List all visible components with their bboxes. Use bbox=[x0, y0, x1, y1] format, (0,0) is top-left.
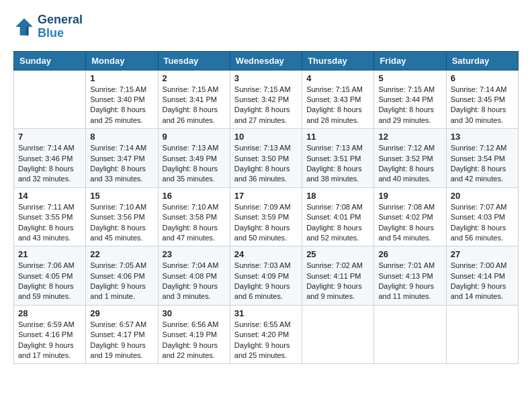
day-number: 26 bbox=[378, 249, 441, 259]
calendar-cell: 25Sunrise: 7:02 AMSunset: 4:11 PMDayligh… bbox=[302, 246, 374, 306]
calendar-cell: 4Sunrise: 7:15 AMSunset: 3:43 PMDaylight… bbox=[302, 70, 374, 129]
calendar-cell bbox=[302, 305, 374, 364]
day-number: 10 bbox=[234, 132, 298, 142]
calendar-week-row: 7Sunrise: 7:14 AMSunset: 3:46 PMDaylight… bbox=[14, 129, 519, 188]
calendar-cell: 2Sunrise: 7:15 AMSunset: 3:41 PMDaylight… bbox=[158, 70, 230, 129]
calendar-cell: 8Sunrise: 7:14 AMSunset: 3:47 PMDaylight… bbox=[86, 129, 158, 188]
day-number: 14 bbox=[18, 191, 81, 201]
day-info: Sunrise: 6:57 AMSunset: 4:17 PMDaylight:… bbox=[90, 320, 153, 361]
calendar-cell: 30Sunrise: 6:56 AMSunset: 4:19 PMDayligh… bbox=[158, 305, 230, 364]
calendar-cell: 21Sunrise: 7:06 AMSunset: 4:05 PMDayligh… bbox=[14, 246, 86, 306]
calendar-cell: 12Sunrise: 7:12 AMSunset: 3:52 PMDayligh… bbox=[374, 129, 446, 188]
calendar-cell: 1Sunrise: 7:15 AMSunset: 3:40 PMDaylight… bbox=[86, 70, 158, 129]
day-info: Sunrise: 7:01 AMSunset: 4:13 PMDaylight:… bbox=[378, 261, 441, 302]
day-info: Sunrise: 7:12 AMSunset: 3:52 PMDaylight:… bbox=[378, 143, 441, 185]
day-number: 27 bbox=[451, 249, 514, 259]
day-number: 25 bbox=[306, 249, 369, 259]
day-info: Sunrise: 7:10 AMSunset: 3:58 PMDaylight:… bbox=[163, 202, 226, 244]
day-number: 24 bbox=[234, 249, 298, 259]
calendar-table: SundayMondayTuesdayWednesdayThursdayFrid… bbox=[13, 51, 519, 365]
calendar-cell: 19Sunrise: 7:08 AMSunset: 4:02 PMDayligh… bbox=[374, 187, 446, 246]
calendar-cell: 10Sunrise: 7:13 AMSunset: 3:50 PMDayligh… bbox=[230, 129, 302, 188]
svg-marker-0 bbox=[15, 18, 33, 36]
day-number: 13 bbox=[451, 132, 514, 142]
day-number: 22 bbox=[90, 249, 153, 259]
day-number: 17 bbox=[234, 191, 298, 201]
day-info: Sunrise: 6:55 AMSunset: 4:20 PMDaylight:… bbox=[234, 320, 298, 361]
day-number: 8 bbox=[90, 132, 153, 142]
calendar-week-row: 14Sunrise: 7:11 AMSunset: 3:55 PMDayligh… bbox=[14, 187, 519, 246]
calendar-cell: 17Sunrise: 7:09 AMSunset: 3:59 PMDayligh… bbox=[230, 187, 302, 246]
calendar-cell: 6Sunrise: 7:14 AMSunset: 3:45 PMDaylight… bbox=[446, 70, 518, 129]
day-number: 4 bbox=[306, 73, 369, 83]
calendar-cell: 11Sunrise: 7:13 AMSunset: 3:51 PMDayligh… bbox=[302, 129, 374, 188]
day-number: 2 bbox=[163, 73, 226, 83]
day-number: 28 bbox=[18, 308, 81, 318]
day-info: Sunrise: 7:00 AMSunset: 4:14 PMDaylight:… bbox=[451, 261, 514, 302]
day-number: 5 bbox=[378, 73, 441, 83]
day-info: Sunrise: 7:10 AMSunset: 3:56 PMDaylight:… bbox=[90, 202, 153, 244]
day-info: Sunrise: 7:05 AMSunset: 4:06 PMDaylight:… bbox=[90, 261, 153, 302]
day-info: Sunrise: 7:07 AMSunset: 4:03 PMDaylight:… bbox=[451, 202, 514, 244]
calendar-cell: 18Sunrise: 7:08 AMSunset: 4:01 PMDayligh… bbox=[302, 187, 374, 246]
day-number: 30 bbox=[163, 308, 226, 318]
day-number: 1 bbox=[90, 73, 153, 83]
calendar-week-row: 21Sunrise: 7:06 AMSunset: 4:05 PMDayligh… bbox=[14, 246, 519, 306]
calendar-cell: 31Sunrise: 6:55 AMSunset: 4:20 PMDayligh… bbox=[230, 305, 302, 364]
calendar-cell: 22Sunrise: 7:05 AMSunset: 4:06 PMDayligh… bbox=[86, 246, 158, 306]
day-info: Sunrise: 7:04 AMSunset: 4:08 PMDaylight:… bbox=[163, 261, 226, 302]
calendar-header-row: SundayMondayTuesdayWednesdayThursdayFrid… bbox=[14, 51, 519, 70]
weekday-header: Thursday bbox=[302, 51, 374, 70]
day-number: 7 bbox=[18, 132, 81, 142]
logo-icon bbox=[13, 16, 35, 38]
calendar-cell: 13Sunrise: 7:12 AMSunset: 3:54 PMDayligh… bbox=[446, 129, 518, 188]
day-info: Sunrise: 7:15 AMSunset: 3:44 PMDaylight:… bbox=[378, 85, 441, 126]
weekday-header: Tuesday bbox=[158, 51, 230, 70]
calendar-cell: 15Sunrise: 7:10 AMSunset: 3:56 PMDayligh… bbox=[86, 187, 158, 246]
weekday-header: Sunday bbox=[14, 51, 86, 70]
day-info: Sunrise: 7:13 AMSunset: 3:49 PMDaylight:… bbox=[163, 143, 226, 185]
day-number: 15 bbox=[90, 191, 153, 201]
day-info: Sunrise: 7:13 AMSunset: 3:50 PMDaylight:… bbox=[234, 143, 298, 185]
calendar-cell: 7Sunrise: 7:14 AMSunset: 3:46 PMDaylight… bbox=[14, 129, 86, 188]
day-number: 20 bbox=[451, 191, 514, 201]
day-info: Sunrise: 7:08 AMSunset: 4:02 PMDaylight:… bbox=[378, 202, 441, 244]
day-info: Sunrise: 7:15 AMSunset: 3:42 PMDaylight:… bbox=[234, 85, 298, 126]
calendar-cell: 3Sunrise: 7:15 AMSunset: 3:42 PMDaylight… bbox=[230, 70, 302, 129]
day-info: Sunrise: 7:15 AMSunset: 3:40 PMDaylight:… bbox=[90, 85, 153, 126]
day-info: Sunrise: 7:14 AMSunset: 3:46 PMDaylight:… bbox=[18, 143, 81, 185]
day-info: Sunrise: 7:06 AMSunset: 4:05 PMDaylight:… bbox=[18, 261, 81, 302]
day-number: 18 bbox=[306, 191, 369, 201]
day-info: Sunrise: 7:13 AMSunset: 3:51 PMDaylight:… bbox=[306, 143, 369, 185]
day-info: Sunrise: 6:56 AMSunset: 4:19 PMDaylight:… bbox=[163, 320, 226, 361]
day-number: 11 bbox=[306, 132, 369, 142]
day-info: Sunrise: 7:03 AMSunset: 4:09 PMDaylight:… bbox=[234, 261, 298, 302]
day-info: Sunrise: 7:02 AMSunset: 4:11 PMDaylight:… bbox=[306, 261, 369, 302]
calendar-week-row: 28Sunrise: 6:59 AMSunset: 4:16 PMDayligh… bbox=[14, 305, 519, 364]
weekday-header: Saturday bbox=[446, 51, 518, 70]
day-info: Sunrise: 6:59 AMSunset: 4:16 PMDaylight:… bbox=[18, 320, 81, 361]
weekday-header: Monday bbox=[86, 51, 158, 70]
calendar-cell: 24Sunrise: 7:03 AMSunset: 4:09 PMDayligh… bbox=[230, 246, 302, 306]
day-number: 29 bbox=[90, 308, 153, 318]
day-number: 3 bbox=[234, 73, 298, 83]
day-info: Sunrise: 7:14 AMSunset: 3:47 PMDaylight:… bbox=[90, 143, 153, 185]
calendar-cell: 29Sunrise: 6:57 AMSunset: 4:17 PMDayligh… bbox=[86, 305, 158, 364]
calendar-cell: 14Sunrise: 7:11 AMSunset: 3:55 PMDayligh… bbox=[14, 187, 86, 246]
weekday-header: Friday bbox=[374, 51, 446, 70]
calendar-cell bbox=[374, 305, 446, 364]
day-info: Sunrise: 7:11 AMSunset: 3:55 PMDaylight:… bbox=[18, 202, 81, 244]
calendar-cell: 26Sunrise: 7:01 AMSunset: 4:13 PMDayligh… bbox=[374, 246, 446, 306]
page-header: General Blue bbox=[13, 13, 519, 40]
day-number: 9 bbox=[163, 132, 226, 142]
calendar-cell bbox=[446, 305, 518, 364]
day-number: 6 bbox=[451, 73, 514, 83]
day-info: Sunrise: 7:12 AMSunset: 3:54 PMDaylight:… bbox=[451, 143, 514, 185]
day-number: 12 bbox=[378, 132, 441, 142]
day-number: 31 bbox=[234, 308, 298, 318]
calendar-week-row: 1Sunrise: 7:15 AMSunset: 3:40 PMDaylight… bbox=[14, 70, 519, 129]
calendar-cell: 9Sunrise: 7:13 AMSunset: 3:49 PMDaylight… bbox=[158, 129, 230, 188]
day-number: 23 bbox=[163, 249, 226, 259]
day-number: 21 bbox=[18, 249, 81, 259]
calendar-cell: 28Sunrise: 6:59 AMSunset: 4:16 PMDayligh… bbox=[14, 305, 86, 364]
